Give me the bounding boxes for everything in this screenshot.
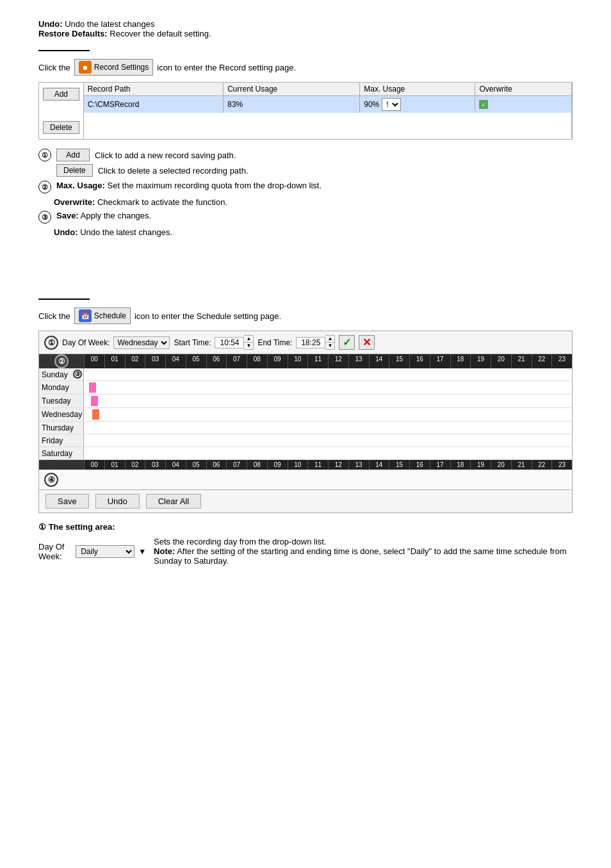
wednesday-cells[interactable] <box>84 408 104 421</box>
record-click-line: Click the ⏺ Record Settings icon to ente… <box>38 59 573 76</box>
end-time-spinner[interactable]: ▲ ▼ <box>296 335 335 350</box>
monday-cells[interactable] <box>84 381 104 394</box>
day-label-wednesday: Wednesday <box>39 408 84 421</box>
saturday-cells[interactable] <box>84 447 104 459</box>
setting-area-title: ① The setting area: <box>38 522 573 532</box>
overwrite-text: Checkmark to activate the function. <box>97 197 227 207</box>
max-usage-value: 90% <box>364 100 379 109</box>
start-time-input[interactable] <box>215 337 244 348</box>
friday-cells[interactable] <box>84 434 104 446</box>
monday-bar <box>89 382 96 393</box>
tf-00: 00 <box>84 460 104 470</box>
col-overwrite: Overwrite <box>475 83 572 96</box>
circle-2: ② <box>38 181 51 193</box>
end-time-down[interactable]: ▼ <box>325 343 334 349</box>
add-button[interactable]: Add <box>43 88 79 101</box>
max-usage-label: Max. Usage: <box>56 181 105 190</box>
tf-15: 15 <box>389 460 409 470</box>
th-21: 21 <box>511 354 532 368</box>
note-label: Note: <box>154 546 175 556</box>
time-grid-footer-row: 00 01 02 03 04 05 06 07 08 09 10 11 12 1… <box>39 460 572 470</box>
thursday-cells[interactable] <box>84 422 104 434</box>
day-row-monday[interactable]: Monday <box>39 381 572 395</box>
setting-area-label: The setting area: <box>49 522 115 532</box>
end-time-input[interactable] <box>296 337 325 348</box>
dow-select-bottom[interactable]: Daily Sunday Monday Tuesday Wednesday Th… <box>76 545 134 558</box>
th-07: 07 <box>226 354 247 368</box>
undo-btn[interactable]: Undo <box>95 494 140 509</box>
tf-02: 02 <box>125 460 145 470</box>
schedule-click-suffix: icon to enter the Schedule setting page. <box>134 311 281 321</box>
schedule-cancel-btn[interactable]: ✕ <box>359 335 375 350</box>
schedule-click-prefix: Click the <box>38 311 70 321</box>
delete-btn-desc[interactable]: Delete <box>56 164 93 177</box>
overwrite-item: Overwrite: Checkmark to activate the fun… <box>38 197 573 207</box>
sched-circle-4: ④ <box>44 473 58 487</box>
time-header-circle-cell: ② <box>39 354 84 368</box>
cell-max-usage: 90% 90% <box>360 96 475 113</box>
start-time-spinner[interactable]: ▲ ▼ <box>215 335 254 350</box>
max-usage-text: Set the maximum recording quota from the… <box>108 181 322 190</box>
cell-overwrite[interactable]: ✓ <box>475 96 572 113</box>
dow-select[interactable]: Wednesday Daily Sunday Monday Tuesday Th… <box>113 336 170 349</box>
add-desc: Click to add a new record saving path. <box>95 151 236 160</box>
start-time-down[interactable]: ▼ <box>244 343 253 349</box>
schedule-icon: 📅 <box>79 309 92 322</box>
circle-3: ③ <box>38 211 51 224</box>
max-usage-select[interactable]: 90% <box>382 98 401 111</box>
add-btn-desc[interactable]: Add <box>56 149 90 161</box>
sunday-cells[interactable] <box>84 368 104 381</box>
schedule-icon-btn[interactable]: 📅 Schedule <box>74 307 131 324</box>
undo-desc-2: Undo: Undo the latest changes. <box>54 227 172 237</box>
delete-button[interactable]: Delete <box>43 121 79 134</box>
save-btn[interactable]: Save <box>45 494 89 509</box>
overwrite-desc: Overwrite: Checkmark to activate the fun… <box>54 197 227 207</box>
start-time-arrows[interactable]: ▲ ▼ <box>244 335 254 350</box>
record-item-1: ① Add Click to add a new record saving p… <box>38 149 573 177</box>
tf-12: 12 <box>328 460 348 470</box>
divider-1 <box>38 50 90 51</box>
setting-circle-1: ① <box>38 522 46 532</box>
day-row-friday[interactable]: Friday <box>39 434 572 447</box>
th-05: 05 <box>186 354 206 368</box>
day-row-wednesday[interactable]: Wednesday <box>39 408 572 422</box>
day-label-thursday: Thursday <box>39 422 84 434</box>
tf-05: 05 <box>186 460 206 470</box>
overwrite-checkbox[interactable]: ✓ <box>479 100 488 109</box>
day-row-sunday[interactable]: Sunday ③ <box>39 368 572 381</box>
day-label-tuesday: Tuesday <box>39 395 84 407</box>
th-11: 11 <box>307 354 328 368</box>
schedule-icon-label: Schedule <box>94 311 126 320</box>
time-numbers-header: 00 01 02 03 04 05 06 07 08 09 10 11 12 1… <box>84 354 572 368</box>
tf-06: 06 <box>206 460 227 470</box>
th-00: 00 <box>84 354 104 368</box>
day-row-thursday[interactable]: Thursday <box>39 422 572 434</box>
record-table-right: Record Path Current Usage Max. Usage Ove… <box>84 83 572 139</box>
tf-21: 21 <box>511 460 532 470</box>
day-label-saturday: Saturday <box>39 447 84 459</box>
tf-19: 19 <box>470 460 491 470</box>
note-text: After the setting of the starting and en… <box>154 546 566 566</box>
record-click-suffix: icon to enter the Record setting page. <box>157 63 296 72</box>
end-time-up[interactable]: ▲ <box>325 336 334 343</box>
day-row-tuesday[interactable]: Tuesday <box>39 395 572 408</box>
start-time-up[interactable]: ▲ <box>244 336 253 343</box>
tuesday-cells[interactable] <box>84 395 104 407</box>
tf-23: 23 <box>551 460 572 470</box>
end-time-arrows[interactable]: ▲ ▼ <box>325 335 335 350</box>
record-settings-icon-btn[interactable]: ⏺ Record Settings <box>74 59 153 76</box>
time-footer-empty <box>39 460 84 470</box>
setting-desc: Sets the recording day from the drop-dow… <box>154 537 573 546</box>
start-time-label: Start Time: <box>174 338 211 347</box>
schedule-confirm-btn[interactable]: ✓ <box>339 335 355 350</box>
tf-03: 03 <box>145 460 165 470</box>
th-04: 04 <box>165 354 186 368</box>
record-item-2: ② Max. Usage: Set the maximum recording … <box>38 181 573 193</box>
record-table-buttons: Add Delete <box>39 83 84 139</box>
clear-all-btn[interactable]: Clear All <box>146 494 201 509</box>
table-row[interactable]: C:\CMSRecord 83% 90% 90% ✓ <box>84 96 572 113</box>
day-label-monday: Monday <box>39 381 84 394</box>
schedule-header: ① Day Of Week: Wednesday Daily Sunday Mo… <box>39 331 572 354</box>
th-12: 12 <box>328 354 348 368</box>
day-row-saturday[interactable]: Saturday <box>39 447 572 460</box>
